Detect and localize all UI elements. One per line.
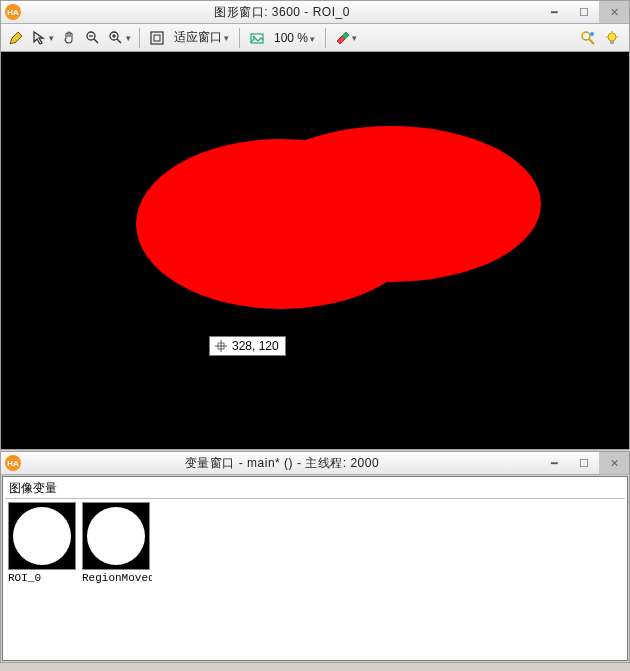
svg-rect-8: [154, 35, 160, 41]
coordinate-tooltip: 328, 120: [209, 336, 286, 356]
inspect-icon[interactable]: [579, 29, 597, 47]
pointer-tool-icon[interactable]: [31, 29, 54, 47]
close-button[interactable]: ✕: [599, 1, 629, 23]
variable-window-title: 变量窗口 - main* () - 主线程: 2000: [25, 455, 539, 472]
thumb-caption: RegionMoved: [82, 570, 152, 584]
crosshair-icon: [214, 339, 228, 353]
clear-tool-icon[interactable]: [334, 29, 357, 47]
zoom-out-icon[interactable]: [84, 29, 102, 47]
svg-line-1: [94, 39, 98, 43]
svg-rect-15: [610, 41, 614, 44]
variable-thumb[interactable]: ROI_0: [8, 502, 78, 584]
region-shape: [131, 124, 541, 314]
graphics-titlebar[interactable]: HA 图形窗口: 3600 - ROI_0 ━ ☐ ✕: [1, 1, 629, 24]
svg-rect-7: [151, 32, 163, 44]
image-variables-heading: 图像变量: [5, 479, 625, 499]
hand-tool-icon[interactable]: [60, 29, 78, 47]
variable-window: HA 变量窗口 - main* () - 主线程: 2000 ━ ☐ ✕ 图像变…: [0, 451, 630, 663]
image-size-icon[interactable]: [248, 29, 266, 47]
graphics-window-title: 图形窗口: 3600 - ROI_0: [25, 4, 539, 21]
svg-point-20: [241, 126, 541, 282]
graphics-canvas[interactable]: 328, 120: [1, 52, 629, 449]
app-icon: HA: [5, 4, 21, 20]
minimize-button[interactable]: ━: [539, 1, 569, 23]
minimize-button[interactable]: ━: [539, 452, 569, 474]
toolbar-separator: [139, 28, 140, 48]
variable-thumb[interactable]: RegionMoved: [82, 502, 152, 584]
idea-icon[interactable]: [603, 29, 621, 47]
coordinate-value: 328, 120: [232, 339, 279, 353]
svg-point-11: [582, 32, 590, 40]
thumb-caption: ROI_0: [8, 570, 78, 584]
svg-line-4: [117, 39, 121, 43]
fit-window-icon[interactable]: [148, 29, 166, 47]
window-controls: ━ ☐ ✕: [539, 452, 629, 474]
graphics-window: HA 图形窗口: 3600 - ROI_0 ━ ☐ ✕ 适应窗口: [0, 0, 630, 450]
svg-point-13: [590, 32, 594, 36]
close-button[interactable]: ✕: [599, 452, 629, 474]
window-controls: ━ ☐ ✕: [539, 1, 629, 23]
fit-window-label[interactable]: 适应窗口: [172, 29, 231, 46]
thumb-image: [82, 502, 150, 570]
thumbnail-row: ROI_0 RegionMoved: [5, 499, 625, 587]
thumb-image: [8, 502, 76, 570]
variable-titlebar[interactable]: HA 变量窗口 - main* () - 主线程: 2000 ━ ☐ ✕: [1, 452, 629, 475]
svg-point-14: [608, 33, 616, 41]
variable-body: 图像变量 ROI_0 RegionMoved: [2, 476, 628, 661]
zoom-value[interactable]: 100 %: [272, 31, 317, 45]
toolbar-separator: [239, 28, 240, 48]
app-icon: HA: [5, 455, 21, 471]
svg-line-12: [589, 39, 594, 44]
draw-tool-icon[interactable]: [7, 29, 25, 47]
maximize-button[interactable]: ☐: [569, 452, 599, 474]
maximize-button[interactable]: ☐: [569, 1, 599, 23]
toolbar-separator: [325, 28, 326, 48]
zoom-in-icon[interactable]: [108, 29, 131, 47]
graphics-toolbar: 适应窗口 100 %: [1, 24, 629, 52]
